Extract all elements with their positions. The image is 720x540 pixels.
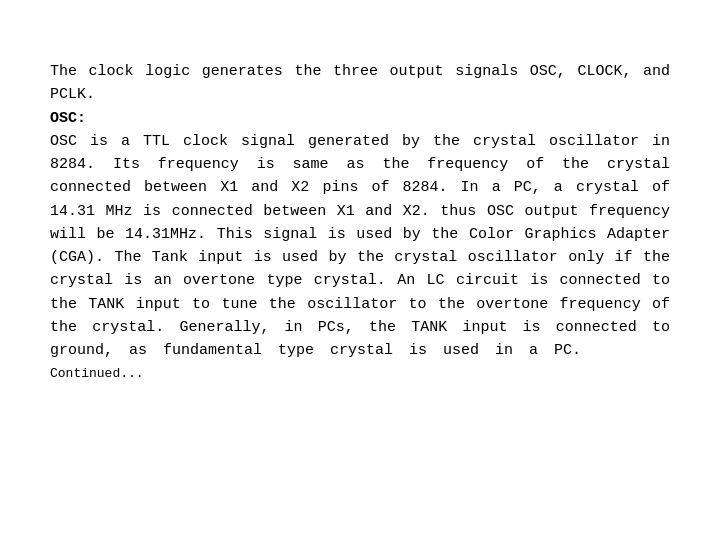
continued-label: Continued... bbox=[50, 366, 144, 381]
paragraph-intro: The clock logic generates the three outp… bbox=[50, 63, 670, 103]
main-content: The clock logic generates the three outp… bbox=[0, 0, 720, 426]
text-body: The clock logic generates the three outp… bbox=[50, 60, 670, 386]
osc-heading: OSC: bbox=[50, 110, 86, 127]
paragraph-main: OSC is a TTL clock signal generated by t… bbox=[50, 133, 670, 359]
